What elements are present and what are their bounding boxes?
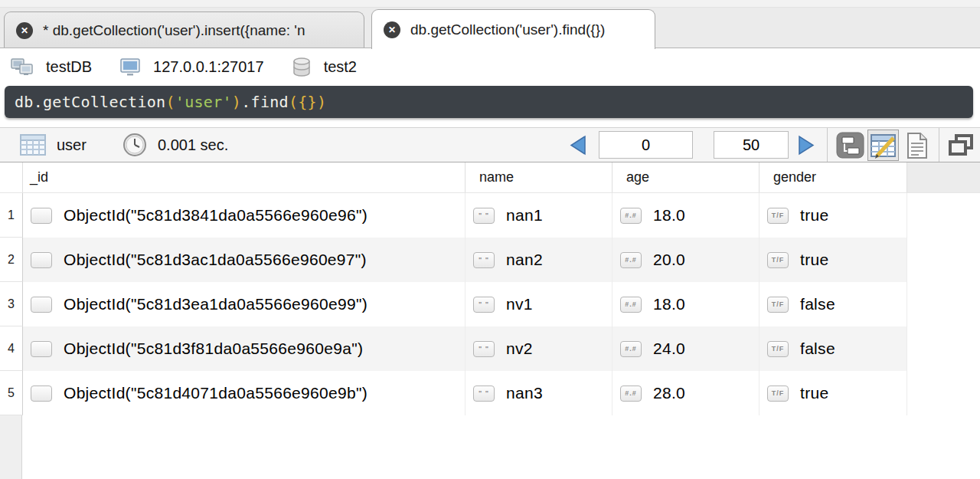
tab-find-query[interactable]: ✕ db.getCollection('user').find({}) [371,9,655,49]
next-page-button[interactable] [798,135,815,156]
cell-value: nan1 [506,206,543,225]
column-header-gender[interactable]: gender [760,162,907,192]
header-corner-cell[interactable] [0,162,23,192]
objectid-type-icon [31,341,52,357]
tree-view-button[interactable] [835,130,866,161]
tree-view-icon [836,132,864,159]
cell-name[interactable]: " "nv1 [466,282,612,326]
boolean-type-icon: T/F [767,208,789,224]
cell-name[interactable]: " "nan1 [466,193,612,238]
cell-value: ObjectId("5c81d3ac1da0a5566e960e97") [64,251,367,269]
breadcrumb-database: test2 [292,57,357,78]
table-row[interactable]: 3ObjectId("5c81d3ea1da0a5566e960e99")" "… [0,282,980,326]
database-icon [292,57,312,78]
cell-id[interactable]: ObjectId("5c81d3f81da0a5566e960e9a") [23,326,466,371]
number-type-icon: #.# [620,341,642,357]
text-view-icon [905,132,929,159]
column-header-label: _id [30,169,48,185]
table-view-button[interactable] [867,130,899,161]
query-token-plain: .find [241,93,289,111]
cell-age[interactable]: #.#18.0 [612,193,760,238]
cell-name[interactable]: " "nan2 [466,238,612,282]
skip-input[interactable] [599,131,693,159]
column-header-age[interactable]: age [612,162,760,192]
cell-age[interactable]: #.#24.0 [612,326,760,371]
robo3t-window: ✕ * db.getCollection('user').insert({nam… [0,0,980,479]
string-type-icon: " " [473,341,495,357]
tab-insert-query[interactable]: ✕ * db.getCollection('user').insert({nam… [4,11,364,48]
objectid-type-icon [31,385,52,402]
row-number[interactable]: 3 [0,282,23,326]
column-header-label: gender [773,169,816,185]
result-table: _id name age gender 1ObjectId("5c81d3841… [0,162,980,479]
number-type-icon: #.# [620,208,642,224]
connection-name: testDB [46,58,92,76]
table-row[interactable]: 5ObjectId("5c81d4071da0a5566e960e9b")" "… [0,371,980,415]
cell-id[interactable]: ObjectId("5c81d3841da0a5566e960e96") [23,193,466,238]
cell-value: nv1 [506,295,533,313]
open-in-window-button[interactable] [945,130,976,161]
database-name: test2 [324,58,357,76]
cell-value: true [800,384,828,402]
table-row[interactable]: 1ObjectId("5c81d3841da0a5566e960e96")" "… [0,193,980,238]
breadcrumb-connection: testDB [11,57,92,77]
text-view-button[interactable] [901,130,933,161]
row-filler [907,238,980,282]
cell-age[interactable]: #.#18.0 [612,282,760,326]
window-top-strip [0,0,980,8]
connection-icon [11,57,34,77]
cell-gender[interactable]: T/Ftrue [760,193,907,238]
cell-value: ObjectId("5c81d3841da0a5566e960e96") [64,206,368,225]
string-type-icon: " " [473,252,495,268]
cell-value: ObjectId("5c81d4071da0a5566e960e9b") [64,384,368,402]
boolean-type-icon: T/F [767,252,789,268]
row-number[interactable]: 4 [0,326,23,371]
host-address: 127.0.0.1:27017 [153,58,264,76]
objectid-type-icon [31,208,52,224]
row-filler [907,282,980,326]
cell-value: true [800,206,828,225]
cell-name[interactable]: " "nan3 [466,371,612,415]
result-toolbar: user 0.001 sec. [0,127,980,162]
query-token-string: 'user' [175,93,232,111]
table-rows: 1ObjectId("5c81d3841da0a5566e960e96")" "… [0,193,980,415]
close-icon[interactable]: ✕ [16,22,33,39]
header-filler [907,162,980,192]
column-header-name[interactable]: name [466,162,612,192]
cell-name[interactable]: " "nv2 [466,326,612,371]
cell-value: nan3 [506,384,543,402]
cell-id[interactable]: ObjectId("5c81d3ac1da0a5566e960e97") [23,238,466,282]
cell-id[interactable]: ObjectId("5c81d4071da0a5566e960e9b") [23,371,466,415]
query-bar[interactable]: db.getCollection('user').find({}) [5,86,973,118]
cell-id[interactable]: ObjectId("5c81d3ea1da0a5566e960e99") [23,282,466,326]
row-filler [907,193,980,238]
column-header-label: name [479,169,514,185]
query-token-paren: ) [232,93,241,111]
breadcrumb: testDB 127.0.0.1:27017 test2 [0,48,980,86]
query-code[interactable]: db.getCollection('user').find({}) [15,93,326,111]
toolbar-separator [939,128,939,162]
cell-value: false [800,295,835,313]
cell-value: nv2 [506,340,533,358]
cell-age[interactable]: #.#20.0 [612,238,760,282]
row-filler [907,326,980,371]
table-row[interactable]: 4ObjectId("5c81d3f81da0a5566e960e9a")" "… [0,326,980,371]
cell-gender[interactable]: T/Ffalse [760,282,907,326]
row-number[interactable]: 2 [0,238,23,282]
query-time: 0.001 sec. [158,136,228,154]
limit-input[interactable] [714,131,789,159]
cell-gender[interactable]: T/Ftrue [760,238,907,282]
previous-page-button[interactable] [570,135,586,156]
cell-value: 18.0 [653,295,685,313]
row-number[interactable]: 5 [0,371,23,415]
query-token-paren: ( [165,93,175,111]
query-tab-bar: ✕ * db.getCollection('user').insert({nam… [0,8,980,48]
cell-age[interactable]: #.#28.0 [612,371,760,415]
table-view-icon [870,133,897,159]
cell-gender[interactable]: T/Ffalse [760,326,907,371]
close-icon[interactable]: ✕ [384,21,400,38]
row-number[interactable]: 1 [0,193,23,238]
cell-gender[interactable]: T/Ftrue [760,371,907,415]
table-row[interactable]: 2ObjectId("5c81d3ac1da0a5566e960e97")" "… [0,238,980,282]
column-header-id[interactable]: _id [23,162,466,192]
